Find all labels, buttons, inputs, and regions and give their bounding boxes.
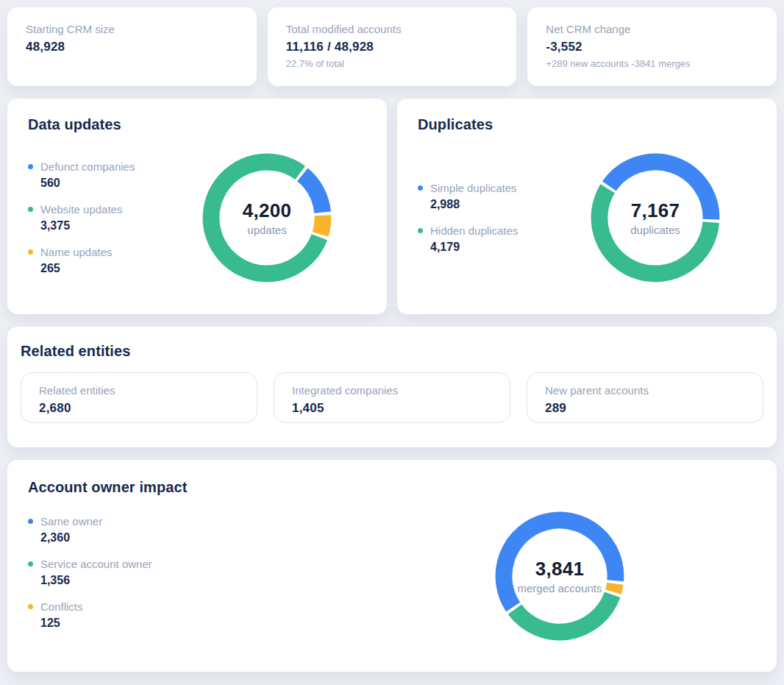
- legend-value: 125: [40, 617, 490, 630]
- data-updates-card: Data updates Defunct companies 560 Websi…: [7, 99, 387, 314]
- account-owner-donut-chart: 3,841 merged accounts: [490, 506, 630, 646]
- legend-value: 4,179: [430, 241, 585, 254]
- legend-item-simple-duplicates: Simple duplicates 2,988: [418, 182, 585, 211]
- dashboard: Starting CRM size 48,928 Total modified …: [0, 0, 784, 685]
- subcard-value: 2,680: [39, 401, 239, 416]
- subcard-related-entities: Related entities 2,680: [21, 372, 257, 423]
- legend-label: Service account owner: [40, 558, 152, 570]
- legend-item-defunct-companies: Defunct companies 560: [28, 160, 197, 190]
- stat-card-net-crm-change: Net CRM change -3,552 +289 new accounts …: [527, 7, 777, 86]
- legend-dot-icon: [28, 249, 33, 255]
- legend-dot-icon: [28, 604, 33, 609]
- stat-card-total-modified-accounts: Total modified accounts 11,116 / 48,928 …: [268, 7, 517, 86]
- legend-dot-icon: [418, 228, 423, 233]
- legend-label: Conflicts: [40, 600, 83, 613]
- section-title: Data updates: [28, 116, 366, 133]
- legend-value: 560: [40, 177, 197, 190]
- stat-label: Total modified accounts: [286, 23, 499, 35]
- legend-item-conflicts: Conflicts 125: [28, 600, 490, 630]
- account-owner-legend: Same owner 2,360 Service account owner 1…: [28, 515, 490, 630]
- stat-subtext: +289 new accounts -3841 merges: [546, 58, 758, 69]
- stat-card-starting-crm-size: Starting CRM size 48,928: [7, 7, 257, 86]
- account-owner-impact-card: Account owner impact Same owner 2,360 Se…: [7, 460, 777, 672]
- stat-subtext: 22.7% of total: [286, 58, 499, 69]
- legend-item-hidden-duplicates: Hidden duplicates 4,179: [418, 224, 585, 254]
- legend-label: Same owner: [40, 515, 102, 528]
- charts-row: Data updates Defunct companies 560 Websi…: [7, 99, 777, 314]
- related-entities-card: Related entities Related entities 2,680 …: [7, 327, 777, 447]
- legend-dot-icon: [28, 561, 33, 567]
- subcard-value: 1,405: [292, 401, 492, 416]
- subcard-new-parent-accounts: New parent accounts 289: [527, 372, 763, 423]
- section-title: Related entities: [21, 343, 763, 360]
- legend-label: Hidden duplicates: [430, 224, 518, 237]
- legend-item-same-owner: Same owner 2,360: [28, 515, 490, 544]
- data-updates-donut-chart: 4,200 updates: [197, 148, 337, 288]
- duplicates-legend: Simple duplicates 2,988 Hidden duplicate…: [418, 182, 585, 254]
- legend-label: Simple duplicates: [430, 182, 517, 194]
- subcard-value: 289: [545, 401, 745, 416]
- legend-value: 2,360: [40, 531, 490, 544]
- legend-label: Name updates: [40, 246, 113, 258]
- section-title: Account owner impact: [28, 479, 756, 496]
- kpi-row: Starting CRM size 48,928 Total modified …: [7, 7, 777, 86]
- stat-value: -3,552: [546, 40, 758, 54]
- legend-item-name-updates: Name updates 265: [28, 246, 197, 275]
- legend-value: 265: [40, 262, 197, 275]
- legend-value: 3,375: [40, 219, 197, 233]
- duplicates-donut-chart: 7,167 duplicates: [585, 148, 725, 288]
- stat-label: Net CRM change: [546, 23, 758, 35]
- subcard-label: Integrated companies: [292, 384, 492, 397]
- data-updates-legend: Defunct companies 560 Website updates 3,…: [28, 160, 197, 275]
- legend-value: 2,988: [430, 198, 585, 211]
- legend-dot-icon: [28, 519, 33, 524]
- duplicates-card: Duplicates Simple duplicates 2,988 Hidde…: [397, 99, 777, 314]
- legend-dot-icon: [418, 185, 423, 191]
- stat-value: 11,116 / 48,928: [286, 40, 499, 54]
- section-title: Duplicates: [418, 116, 756, 133]
- legend-label: Website updates: [40, 203, 122, 216]
- legend-label: Defunct companies: [40, 160, 135, 173]
- subcard-integrated-companies: Integrated companies 1,405: [274, 372, 510, 423]
- stat-value: 48,928: [26, 40, 238, 54]
- legend-dot-icon: [28, 164, 33, 169]
- legend-item-website-updates: Website updates 3,375: [28, 203, 197, 233]
- legend-item-service-account-owner: Service account owner 1,356: [28, 558, 490, 587]
- subcard-label: New parent accounts: [545, 384, 745, 397]
- stat-label: Starting CRM size: [26, 23, 238, 35]
- legend-value: 1,356: [40, 574, 490, 587]
- legend-dot-icon: [28, 207, 33, 212]
- subcard-label: Related entities: [39, 384, 239, 397]
